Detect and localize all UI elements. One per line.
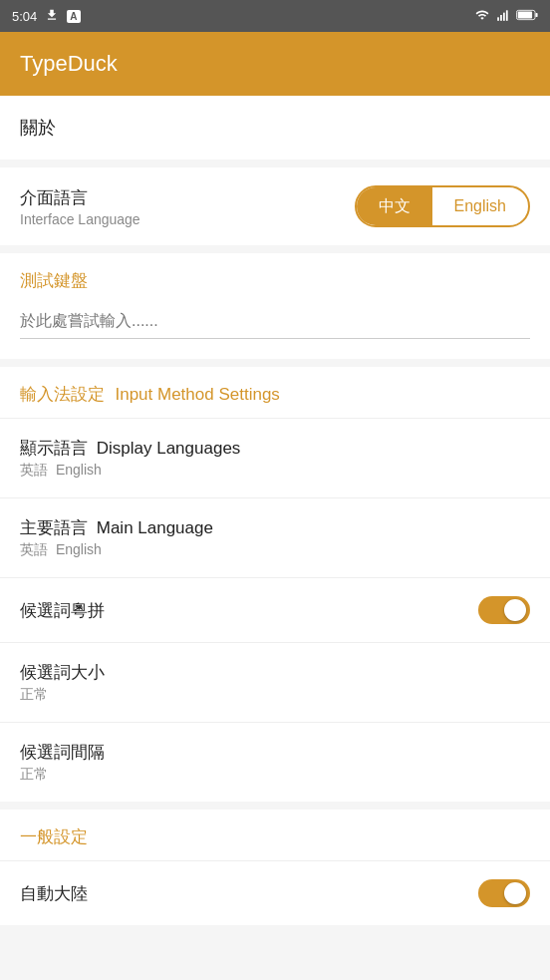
test-keyboard-title: 測試鍵盤 <box>20 269 530 292</box>
main-language-value: 英語 English <box>20 541 213 559</box>
test-keyboard-input[interactable] <box>20 304 530 339</box>
main-content: 關於 介面語言 Interface Language 中文 English 測試… <box>0 96 550 925</box>
about-label: 關於 <box>20 118 56 138</box>
svg-rect-6 <box>535 12 537 16</box>
candidate-spacing-value: 正常 <box>20 766 105 784</box>
input-method-title-zh: 輸入法設定 <box>20 385 105 404</box>
input-method-section: 輸入法設定 Input Method Settings 顯示語言 Display… <box>0 367 550 802</box>
general-settings-section: 一般設定 自動大陸 <box>0 810 550 925</box>
battery-icon <box>516 9 538 24</box>
interface-language-section: 介面語言 Interface Language 中文 English <box>0 167 550 245</box>
candidate-spacing-row[interactable]: 候選詞間隔 正常 <box>0 723 550 802</box>
candidate-size-labels: 候選詞大小 正常 <box>20 661 105 704</box>
time-display: 5:04 <box>12 9 37 24</box>
test-keyboard-section: 測試鍵盤 <box>0 253 550 359</box>
display-languages-label: 顯示語言 Display Languages <box>20 437 240 460</box>
candidate-size-row[interactable]: 候選詞大小 正常 <box>0 643 550 723</box>
status-bar-left: 5:04 A <box>12 8 81 25</box>
svg-rect-5 <box>518 11 532 18</box>
cantonese-pinyin-row: 候選詞粵拼 <box>0 578 550 643</box>
language-toggle[interactable]: 中文 English <box>355 185 530 227</box>
input-method-title-en: Input Method Settings <box>115 385 279 404</box>
signal-icon <box>496 8 510 25</box>
toggle-track <box>478 596 530 624</box>
app-title: TypeDuck <box>20 51 118 77</box>
cantonese-pinyin-toggle[interactable] <box>478 596 530 624</box>
interface-language-label-zh: 介面語言 <box>20 186 140 209</box>
sim-icon: A <box>67 10 80 23</box>
display-languages-value: 英語 English <box>20 462 240 480</box>
candidate-spacing-labels: 候選詞間隔 正常 <box>20 741 105 784</box>
lang-en-button[interactable]: English <box>432 187 528 225</box>
toggle-thumb <box>504 599 526 621</box>
candidate-size-value: 正常 <box>20 686 105 704</box>
general-settings-header: 一般設定 <box>0 810 550 861</box>
interface-language-label-en: Interface Language <box>20 211 140 227</box>
main-language-row[interactable]: 主要語言 Main Language 英語 English <box>0 498 550 578</box>
about-row[interactable]: 關於 <box>0 96 550 160</box>
input-method-header: 輸入法設定 Input Method Settings <box>0 367 550 419</box>
cantonese-pinyin-label: 候選詞粵拼 <box>20 599 105 622</box>
status-bar: 5:04 A <box>0 0 550 32</box>
download-icon <box>45 8 59 25</box>
app-bar: TypeDuck <box>0 32 550 96</box>
svg-rect-0 <box>497 17 499 21</box>
display-languages-labels: 顯示語言 Display Languages 英語 English <box>20 437 240 480</box>
main-language-labels: 主要語言 Main Language 英語 English <box>20 516 213 559</box>
candidate-size-label: 候選詞大小 <box>20 661 105 684</box>
lang-zh-button[interactable]: 中文 <box>357 187 432 225</box>
auto-capitalize-toggle[interactable] <box>478 879 530 907</box>
auto-capitalize-label: 自動大陸 <box>20 882 88 905</box>
wifi-icon <box>474 8 490 25</box>
display-languages-row[interactable]: 顯示語言 Display Languages 英語 English <box>0 419 550 498</box>
toggle-thumb-2 <box>504 882 526 904</box>
interface-language-row: 介面語言 Interface Language 中文 English <box>0 167 550 245</box>
auto-capitalize-row: 自動大陸 <box>0 861 550 925</box>
svg-rect-3 <box>506 10 508 20</box>
main-language-label: 主要語言 Main Language <box>20 516 213 539</box>
svg-rect-2 <box>503 12 505 20</box>
status-bar-right <box>474 8 538 25</box>
svg-rect-1 <box>500 15 502 21</box>
toggle-track-2 <box>478 879 530 907</box>
candidate-spacing-label: 候選詞間隔 <box>20 741 105 764</box>
general-settings-title: 一般設定 <box>20 827 88 846</box>
interface-language-labels: 介面語言 Interface Language <box>20 186 140 227</box>
